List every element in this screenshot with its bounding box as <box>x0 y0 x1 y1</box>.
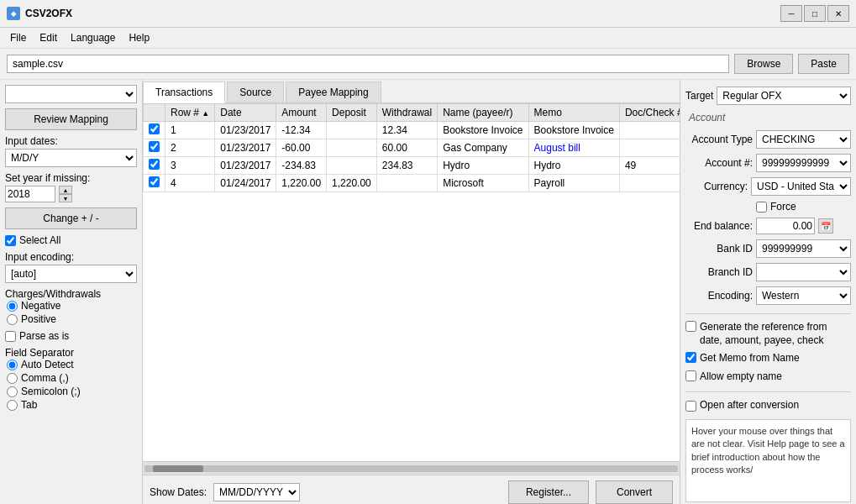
row-checkbox-3[interactable] <box>149 176 160 187</box>
select-all-row: Select All <box>5 234 137 246</box>
menu-language[interactable]: Language <box>64 29 122 46</box>
end-balance-input[interactable] <box>756 218 815 234</box>
account-num-row: Account #: 999999999999 <box>685 154 851 172</box>
row-checkbox-0[interactable] <box>149 123 160 134</box>
field-separator-section: Field Separator Auto Detect Comma (,) Se… <box>5 347 137 411</box>
bank-id-select[interactable]: 999999999 <box>756 239 851 258</box>
tab-option[interactable]: Tab <box>7 399 137 411</box>
semicolon-label: Semicolon (;) <box>21 386 81 397</box>
account-type-select[interactable]: CHECKING <box>756 130 851 149</box>
register-button[interactable]: Register... <box>508 480 589 504</box>
charges-radio-group: Negative Positive <box>5 300 137 325</box>
force-checkbox[interactable] <box>756 202 767 213</box>
tab-transactions[interactable]: Transactions <box>143 81 225 103</box>
get-memo-checkbox[interactable] <box>685 352 696 363</box>
calendar-icon[interactable]: 📅 <box>818 218 833 234</box>
minimize-button[interactable]: ─ <box>780 5 802 22</box>
target-row: Target Regular OFX <box>685 87 851 105</box>
open-after-checkbox[interactable] <box>685 401 696 412</box>
branch-id-label: Branch ID <box>685 266 753 278</box>
account-num-select[interactable]: 999999999999 <box>756 154 851 172</box>
row-date-2: 01/23/2017 <box>215 157 276 175</box>
file-path-input[interactable] <box>7 55 729 73</box>
negative-label: Negative <box>21 300 60 312</box>
tab-source[interactable]: Source <box>227 81 284 102</box>
row-checkbox-2[interactable] <box>149 159 160 170</box>
comma-option[interactable]: Comma (,) <box>7 372 137 384</box>
tab-radio[interactable] <box>7 400 18 411</box>
horizontal-scrollbar[interactable] <box>143 461 680 475</box>
review-mapping-button[interactable]: Review Mapping <box>5 108 137 130</box>
encoding-right-select[interactable]: Western <box>756 286 851 305</box>
set-year-label: Set year if missing: <box>5 172 137 184</box>
field-separator-label: Field Separator <box>5 347 137 359</box>
comma-radio[interactable] <box>7 373 18 384</box>
close-button[interactable]: ✕ <box>827 5 849 22</box>
menu-file[interactable]: File <box>3 29 33 46</box>
browse-button[interactable]: Browse <box>734 54 793 74</box>
open-after-label: Open after conversion <box>700 399 799 412</box>
row-checkbox-1[interactable] <box>149 141 160 152</box>
generate-ref-checkbox[interactable] <box>685 321 696 332</box>
encoding-select[interactable]: [auto] <box>5 265 137 283</box>
table-row: 1 01/23/2017 -12.34 12.34 Bookstore Invo… <box>144 122 680 139</box>
tab-label: Tab <box>21 399 37 411</box>
account-type-row: Account Type CHECKING <box>685 130 851 149</box>
select-all-label: Select All <box>19 234 60 246</box>
auto-detect-label: Auto Detect <box>21 359 74 370</box>
middle-panel: Transactions Source Payee Mapping Row # … <box>143 80 680 504</box>
row-checkbox-cell <box>144 139 165 157</box>
tabs: Transactions Source Payee Mapping <box>143 80 680 103</box>
col-header-doccheck: Doc/Check # <box>619 104 680 122</box>
auto-detect-radio[interactable] <box>7 360 18 370</box>
menu-help[interactable]: Help <box>122 29 156 46</box>
select-all-checkbox[interactable] <box>5 235 16 246</box>
title-bar-controls: ─ □ ✕ <box>780 5 849 22</box>
convert-button[interactable]: Convert <box>596 480 673 504</box>
auto-detect-option[interactable]: Auto Detect <box>7 359 137 370</box>
charges-section: Charges/Withdrawals Negative Positive <box>5 288 137 325</box>
force-row: Force <box>685 201 851 213</box>
col-header-amount: Amount <box>276 104 327 122</box>
row-date-3: 01/24/2017 <box>215 175 276 192</box>
row-amount-1: -60.00 <box>276 139 327 157</box>
semicolon-option[interactable]: Semicolon (;) <box>7 386 137 397</box>
col-header-name: Name (payee/r) <box>438 104 528 122</box>
scroll-track <box>144 465 678 472</box>
scroll-thumb[interactable] <box>153 465 203 472</box>
row-date-0: 01/23/2017 <box>215 122 276 139</box>
row-deposit-2 <box>327 157 377 175</box>
bank-id-row: Bank ID 999999999 <box>685 239 851 258</box>
negative-option[interactable]: Negative <box>7 300 137 312</box>
allow-empty-checkbox[interactable] <box>685 370 696 381</box>
target-select[interactable]: Regular OFX <box>717 87 851 105</box>
charges-label: Charges/Withdrawals <box>5 288 137 300</box>
open-after-row: Open after conversion <box>685 399 851 412</box>
tab-payee-mapping[interactable]: Payee Mapping <box>286 81 381 102</box>
date-format-select-left[interactable]: M/D/Y <box>5 149 137 167</box>
input-dates-label: Input dates: <box>5 135 137 147</box>
change-button[interactable]: Change + / - <box>5 207 137 229</box>
row-withdrawal-1: 60.00 <box>376 139 437 157</box>
branch-id-select[interactable] <box>756 263 851 281</box>
parse-as-is-checkbox[interactable] <box>5 331 16 342</box>
date-format-bottom-select[interactable]: MM/DD/YYYY <box>213 483 300 501</box>
year-up-button[interactable]: ▲ <box>59 186 72 194</box>
year-down-button[interactable]: ▼ <box>59 194 72 202</box>
row-date-1: 01/23/2017 <box>215 139 276 157</box>
row-doccheck-1 <box>619 139 680 157</box>
menu-edit[interactable]: Edit <box>33 29 64 46</box>
row-doccheck-0 <box>619 122 680 139</box>
left-panel: Review Mapping Input dates: M/D/Y Set ye… <box>0 80 143 504</box>
positive-radio[interactable] <box>7 314 18 325</box>
paste-button[interactable]: Paste <box>798 54 849 74</box>
set-year-section: Set year if missing: ▲ ▼ <box>5 172 137 202</box>
left-top-select[interactable] <box>5 85 137 103</box>
semicolon-radio[interactable] <box>7 386 18 397</box>
negative-radio[interactable] <box>7 301 18 312</box>
row-amount-0: -12.34 <box>276 122 327 139</box>
currency-select[interactable]: USD - United Sta <box>751 177 851 196</box>
maximize-button[interactable]: □ <box>804 5 826 22</box>
positive-option[interactable]: Positive <box>7 313 137 325</box>
year-input[interactable] <box>5 186 55 202</box>
